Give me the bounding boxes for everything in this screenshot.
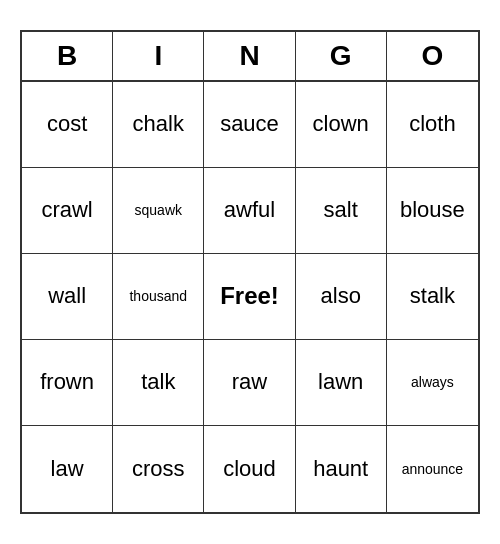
bingo-cell-16: talk [113, 340, 204, 426]
bingo-cell-10: wall [22, 254, 113, 340]
bingo-cell-7: awful [204, 168, 295, 254]
header-letter-b: B [22, 32, 113, 80]
bingo-cell-5: crawl [22, 168, 113, 254]
bingo-cell-18: lawn [296, 340, 387, 426]
bingo-cell-21: cross [113, 426, 204, 512]
bingo-cell-2: sauce [204, 82, 295, 168]
bingo-cell-22: cloud [204, 426, 295, 512]
bingo-cell-6: squawk [113, 168, 204, 254]
bingo-cell-17: raw [204, 340, 295, 426]
bingo-cell-11: thousand [113, 254, 204, 340]
bingo-cell-4: cloth [387, 82, 478, 168]
bingo-cell-13: also [296, 254, 387, 340]
bingo-cell-12: Free! [204, 254, 295, 340]
bingo-cell-19: always [387, 340, 478, 426]
bingo-card: BINGO costchalksauceclownclothcrawlsquaw… [20, 30, 480, 514]
bingo-header: BINGO [22, 32, 478, 82]
bingo-grid: costchalksauceclownclothcrawlsquawkawful… [22, 82, 478, 512]
bingo-cell-3: clown [296, 82, 387, 168]
bingo-cell-1: chalk [113, 82, 204, 168]
header-letter-g: G [296, 32, 387, 80]
bingo-cell-15: frown [22, 340, 113, 426]
header-letter-n: N [204, 32, 295, 80]
bingo-cell-24: announce [387, 426, 478, 512]
bingo-cell-8: salt [296, 168, 387, 254]
bingo-cell-23: haunt [296, 426, 387, 512]
header-letter-o: O [387, 32, 478, 80]
bingo-cell-0: cost [22, 82, 113, 168]
bingo-cell-9: blouse [387, 168, 478, 254]
bingo-cell-14: stalk [387, 254, 478, 340]
bingo-cell-20: law [22, 426, 113, 512]
header-letter-i: I [113, 32, 204, 80]
